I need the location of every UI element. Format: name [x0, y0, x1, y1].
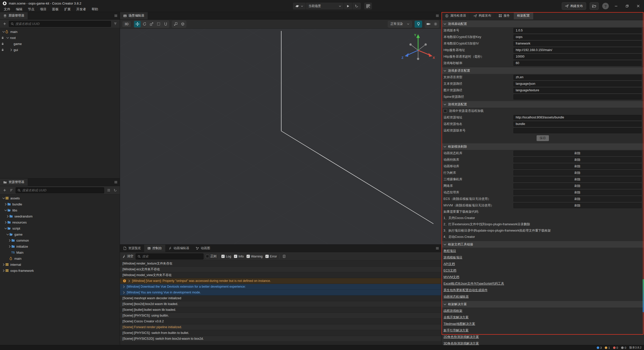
doc-link[interactable]: 3D角色扮演游戏解决方案	[444, 341, 479, 345]
inspector-tab[interactable]: 属性检查器	[441, 12, 470, 19]
remote-load-checkbox[interactable]	[444, 109, 447, 113]
coordinate-mode-button[interactable]	[179, 21, 186, 27]
filter-warning-checkbox[interactable]: ✓Warning	[247, 255, 263, 258]
hierarchy-node[interactable]: game	[0, 41, 120, 47]
log-row[interactable]: [Scene] [PHYSICS2D]: switch from box2d-w…	[120, 336, 441, 342]
section-header[interactable]: 框架文档工具链接	[441, 241, 644, 248]
log-row[interactable]: [Window] ecs文件夹不存在	[120, 267, 441, 272]
hierarchy-search[interactable]	[9, 21, 111, 27]
section-header[interactable]: 框架模块剔除	[441, 143, 644, 150]
assets-search[interactable]	[16, 187, 104, 193]
console-search[interactable]	[136, 253, 204, 259]
reload-button[interactable]	[352, 3, 361, 10]
asset-node[interactable]: game	[0, 231, 120, 237]
tab-hierarchy[interactable]: 层级管理器	[0, 12, 28, 19]
render-mode-select[interactable]: 正常渲染	[388, 21, 412, 28]
inspector-tab[interactable]: 框架配置	[514, 12, 534, 19]
hierarchy-node[interactable]: root	[0, 35, 120, 41]
rotate-tool-button[interactable]	[141, 21, 148, 27]
remove-module-button[interactable]: 剔除	[513, 177, 641, 182]
help-button[interactable]: ?	[602, 3, 609, 9]
log-row[interactable]: [Scene] Cocos Creator v3.8.2	[120, 319, 441, 324]
assets-search-input[interactable]	[22, 189, 102, 192]
doc-link[interactable]: 教程项目	[444, 249, 456, 253]
scene-viewport[interactable]: Y X Z	[120, 29, 441, 244]
remove-module-button[interactable]: 剔除	[513, 183, 641, 189]
asset-node[interactable]: initialize	[0, 243, 120, 249]
hierarchy-menu-icon[interactable]	[114, 12, 117, 19]
log-row[interactable]: [Scene] meshopt wasm decoder initialized	[120, 295, 441, 301]
build-publish-button[interactable]: 构建发布	[562, 2, 586, 10]
menu-item[interactable]: 项目	[37, 7, 49, 12]
config-input[interactable]: framework	[513, 41, 641, 46]
remove-module-button[interactable]: 剔除	[513, 164, 641, 169]
asset-node[interactable]: internal	[0, 261, 120, 268]
export-log-icon[interactable]	[282, 255, 287, 258]
remove-module-button[interactable]: 剔除	[513, 196, 641, 202]
log-row[interactable]: [Scene] [bullet]:bullet wasm lib loaded.	[120, 307, 441, 313]
menu-item[interactable]: 节点	[25, 7, 37, 12]
doc-link[interactable]: Tiledmap地图解决方案	[444, 322, 475, 326]
doc-link[interactable]: 新手引导解决方案	[444, 328, 469, 333]
minimize-button[interactable]	[612, 2, 620, 10]
console-menu-icon[interactable]	[436, 245, 439, 252]
asset-node[interactable]: TSMain	[0, 249, 120, 255]
console-search-input[interactable]	[142, 255, 202, 258]
log-row[interactable]: [Window] render_texture文件夹存在	[120, 261, 441, 267]
lighting-toggle-button[interactable]	[415, 21, 422, 28]
remove-module-button[interactable]: 剔除	[513, 151, 641, 156]
open-project-folder-button[interactable]	[590, 2, 599, 10]
doc-link[interactable]: 战棋游戏框架	[444, 309, 462, 313]
clear-console-button[interactable]: 清空	[123, 254, 133, 258]
console-tab[interactable]: 控制台	[144, 245, 165, 252]
pivot-mode-button[interactable]	[172, 21, 179, 27]
log-row[interactable]: [Scene] [PHYSICS]: switch from builtin t…	[120, 330, 441, 336]
log-row[interactable]: [Scene] [PHYSICS]: using builtin.	[120, 313, 441, 319]
inspector-tab[interactable]: 服务	[495, 12, 514, 19]
doc-link[interactable]: MVVM文档	[444, 275, 459, 279]
remove-module-button[interactable]: 剔除	[513, 170, 641, 176]
menu-item[interactable]: 编辑	[13, 7, 25, 12]
log-row[interactable]: [Window] Download the Vue Devtools exten…	[120, 284, 441, 290]
scene-settings-button[interactable]	[432, 21, 439, 27]
scale-tool-button[interactable]	[148, 21, 155, 27]
status-badge[interactable]: 0	[613, 346, 618, 349]
remove-module-button[interactable]: 剔除	[513, 190, 641, 195]
asset-node[interactable]: libs	[0, 207, 120, 213]
add-node-button[interactable]	[2, 22, 7, 25]
sort-assets-icon[interactable]	[9, 189, 14, 192]
filter-error-checkbox[interactable]: ✓Error	[265, 255, 277, 258]
doc-link[interactable]: 原生包热更新配置自动生成插件	[444, 288, 488, 292]
hierarchy-search-input[interactable]	[15, 22, 109, 26]
tab-scene-editor[interactable]: 场景编辑器	[120, 12, 148, 19]
gizmo-tool-button[interactable]	[162, 21, 169, 27]
log-row[interactable]: [Scene] [box2d]:box2d wasm lib loaded.	[120, 301, 441, 307]
status-badge[interactable]: 3	[597, 346, 602, 349]
log-row[interactable]: [Window] You are running Vue in developm…	[120, 290, 441, 295]
hierarchy-node[interactable]: gui	[0, 47, 120, 53]
asset-filter-icon[interactable]	[106, 189, 111, 192]
hierarchy-node[interactable]: main	[0, 29, 120, 35]
menu-item[interactable]: 帮助	[89, 7, 101, 12]
save-button[interactable]: 保存	[537, 135, 549, 141]
config-input[interactable]: 1.0.5	[513, 28, 641, 33]
config-input[interactable]: language/json	[513, 81, 641, 86]
qr-preview-button[interactable]	[364, 2, 372, 10]
scene-menu-icon[interactable]	[436, 12, 439, 19]
console-tab[interactable]: 资源预览	[120, 245, 144, 252]
preview-target-select[interactable]	[293, 3, 306, 10]
section-header[interactable]: 框架解决方案	[441, 301, 644, 308]
menu-item[interactable]: 面板	[49, 7, 61, 12]
doc-link[interactable]: Excel格式转Json文件与TypeScript代码工具	[444, 282, 504, 286]
config-input[interactable]: 60	[513, 61, 641, 66]
doc-link[interactable]: 2D角色扮演游戏解决方案	[444, 335, 479, 339]
console-tab[interactable]: 动画编辑器	[165, 245, 193, 252]
remove-module-button[interactable]: 剔除	[513, 157, 641, 162]
config-input[interactable]: bundle	[513, 121, 641, 127]
scene-select[interactable]: 当前场景	[306, 3, 344, 10]
move-tool-button[interactable]	[134, 21, 141, 27]
close-button[interactable]	[634, 2, 642, 10]
scrollbar-thumb[interactable]	[643, 279, 644, 312]
play-button[interactable]	[344, 3, 352, 10]
log-row[interactable]: [Window] model_view文件夹不存在	[120, 272, 441, 278]
